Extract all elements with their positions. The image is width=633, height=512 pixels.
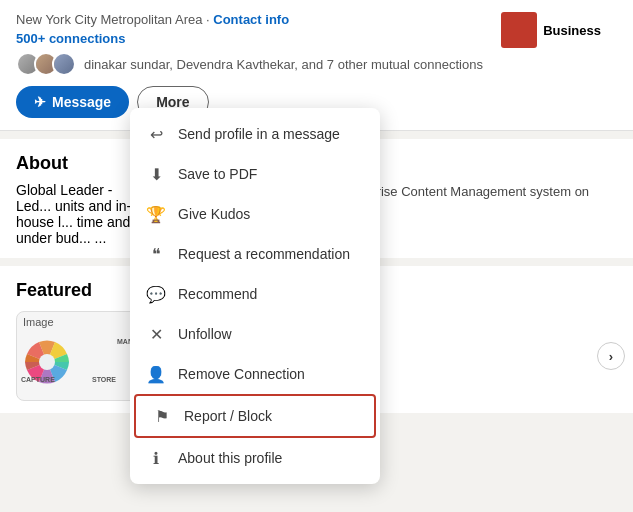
menu-item-give-kudos[interactable]: 🏆Give Kudos	[130, 194, 380, 234]
menu-item-send-profile[interactable]: ↩Send profile in a message	[130, 114, 380, 154]
menu-icon-report-block: ⚑	[152, 406, 172, 426]
menu-label-send-profile: Send profile in a message	[178, 126, 340, 142]
menu-label-save-pdf: Save to PDF	[178, 166, 257, 182]
menu-icon-remove-connection: 👤	[146, 364, 166, 384]
menu-label-unfollow: Unfollow	[178, 326, 232, 342]
message-button[interactable]: ✈ Message	[16, 86, 129, 118]
menu-icon-give-kudos: 🏆	[146, 204, 166, 224]
menu-item-about-profile[interactable]: ℹAbout this profile	[130, 438, 380, 478]
menu-item-recommend[interactable]: 💬Recommend	[130, 274, 380, 314]
menu-icon-request-rec: ❝	[146, 244, 166, 264]
message-icon: ✈	[34, 94, 46, 110]
menu-label-remove-connection: Remove Connection	[178, 366, 305, 382]
business-badge: Business	[501, 12, 601, 48]
menu-icon-about-profile: ℹ	[146, 448, 166, 468]
menu-icon-recommend: 💬	[146, 284, 166, 304]
mutual-connections-row: dinakar sundar, Devendra Kavthekar, and …	[16, 52, 617, 76]
avatar	[52, 52, 76, 76]
menu-item-unfollow[interactable]: ✕Unfollow	[130, 314, 380, 354]
menu-label-report-block: Report / Block	[184, 408, 272, 424]
avatar-stack	[16, 52, 76, 76]
menu-icon-save-pdf: ⬇	[146, 164, 166, 184]
mutual-connections-text: dinakar sundar, Devendra Kavthekar, and …	[84, 57, 483, 72]
about-text-left: Global Leader - Led... units and in-hous…	[16, 182, 146, 246]
contact-info-link[interactable]: Contact info	[213, 12, 289, 27]
menu-item-request-rec[interactable]: ❝Request a recommendation	[130, 234, 380, 274]
carousel-next-button[interactable]: ›	[597, 342, 625, 370]
menu-icon-unfollow: ✕	[146, 324, 166, 344]
menu-label-recommend: Recommend	[178, 286, 257, 302]
location-text: New York City Metropolitan Area	[16, 12, 202, 27]
svg-text:CAPTURE: CAPTURE	[21, 376, 55, 383]
menu-icon-send-profile: ↩	[146, 124, 166, 144]
business-label: Business	[543, 23, 601, 38]
menu-label-give-kudos: Give Kudos	[178, 206, 250, 222]
svg-text:STORE: STORE	[92, 376, 116, 383]
menu-label-request-rec: Request a recommendation	[178, 246, 350, 262]
business-icon	[501, 12, 537, 48]
menu-label-about-profile: About this profile	[178, 450, 282, 466]
dropdown-menu: ↩Send profile in a message⬇Save to PDF🏆G…	[130, 108, 380, 484]
menu-item-save-pdf[interactable]: ⬇Save to PDF	[130, 154, 380, 194]
menu-item-remove-connection[interactable]: 👤Remove Connection	[130, 354, 380, 394]
svg-point-1	[39, 354, 55, 370]
message-label: Message	[52, 94, 111, 110]
menu-item-report-block[interactable]: ⚑Report / Block	[134, 394, 376, 438]
